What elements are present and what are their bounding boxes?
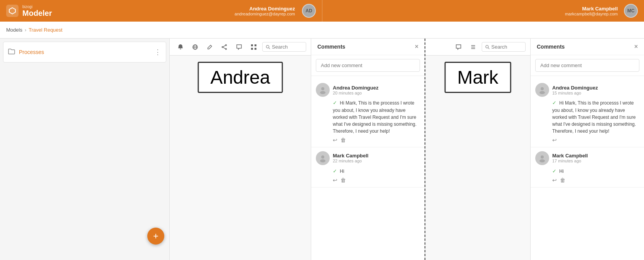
canvas-mark: Mark [425,39,530,260]
commenter-avatar [316,83,330,97]
comments-close-andrea[interactable]: × [415,43,418,50]
breadcrumb: Models › Travel Request [6,27,62,33]
commenter-avatar [535,83,549,97]
comments-title-andrea: Comments [317,44,345,50]
svg-point-26 [541,155,544,159]
comments-panel-mark: Comments × Andrea Dominguez 15 minutes a… [530,39,644,260]
commenter-avatar [316,151,330,165]
reply-icon[interactable]: ↩ [552,177,557,183]
edit-icon[interactable] [204,41,216,53]
comment-input-andrea[interactable] [316,59,420,72]
sidebar-processes-label: Processes [19,49,150,55]
andrea-search[interactable] [262,42,306,52]
breadcrumb-bar: Models › Travel Request [0,22,644,39]
brand-name: bizogi [22,5,52,9]
mark-list-icon[interactable] [467,41,479,53]
main-layout: Processes ⋮ [0,39,644,260]
grid-icon[interactable] [248,41,260,53]
reply-icon[interactable]: ↩ [333,177,337,183]
fab-button[interactable]: + [147,228,164,245]
comments-panel-andrea: Comments × Andrea Dominguez 20 minutes a… [311,39,425,260]
commenter-name: Andrea Dominguez [552,85,598,91]
comments-list-mark: Andrea Dominguez 15 minutes ago ✓ Hi Mar… [531,76,644,260]
commenter-name: Mark Campbell [333,153,368,159]
svg-point-13 [266,45,269,48]
comments-list-andrea: Andrea Dominguez 20 minutes ago ✓ Hi Mar… [311,76,425,260]
share-icon[interactable] [218,41,231,53]
app-name: Modeler [22,9,52,17]
comment-input-area-andrea [311,55,425,76]
mark-email: markcampbell@dayrep.com [565,12,618,16]
comments-title-mark: Comments [537,44,565,50]
andrea-search-input[interactable] [272,44,303,50]
svg-rect-11 [251,48,253,50]
svg-point-27 [539,159,545,162]
svg-point-16 [320,91,325,94]
breadcrumb-current: Travel Request [29,27,62,33]
svg-rect-9 [251,44,253,46]
comments-close-mark[interactable]: × [634,43,638,50]
mark-search[interactable] [482,42,526,52]
delete-icon[interactable]: 🗑 [341,137,346,143]
header-mark-side: Mark Campbell markcampbell@dayrep.com MC [322,0,644,22]
notification-icon[interactable] [174,41,187,53]
comment-time: 15 minutes ago [552,91,598,95]
comment-time: 22 minutes ago [333,159,368,163]
globe-icon[interactable] [189,41,201,53]
sidebar-item-processes[interactable]: Processes ⋮ [3,42,166,62]
svg-line-23 [488,47,489,49]
comment-item: Mark Campbell 22 minutes ago ✓ Hi ↩ 🗑 [311,147,425,188]
svg-point-5 [222,46,223,47]
mark-comment-icon[interactable] [452,41,465,53]
comment-icon[interactable] [233,41,245,53]
folder-icon [8,48,15,56]
breadcrumb-root[interactable]: Models [6,27,22,33]
mark-annotation-box: Mark [445,62,511,93]
check-icon: ✓ [552,168,556,174]
more-icon[interactable]: ⋮ [154,48,161,56]
svg-point-18 [320,159,325,162]
mark-annotation: Mark [445,62,511,93]
svg-point-22 [486,45,489,48]
mark-user-info: Mark Campbell markcampbell@dayrep.com [565,6,618,16]
reply-icon[interactable]: ↩ [552,137,557,143]
svg-line-8 [223,45,226,47]
comments-panel-header-andrea: Comments × [311,39,425,55]
header: bizogi Modeler Andrea Dominguez andreado… [0,0,644,22]
svg-line-7 [223,47,226,49]
svg-rect-12 [255,48,256,50]
comment-text: ✓ Hi Mark, This is the processs I wrote … [333,99,420,135]
comment-time: 20 minutes ago [333,91,378,95]
comment-input-mark[interactable] [535,59,639,72]
svg-point-17 [321,155,324,159]
andrea-annotation-box: Andrea [198,62,283,93]
delete-icon[interactable]: 🗑 [341,177,346,183]
svg-marker-0 [9,8,15,14]
svg-point-4 [226,44,227,46]
mark-search-input[interactable] [491,44,522,50]
svg-point-6 [226,48,227,49]
comment-item: Mark Campbell 17 minutes ago ✓ Hi ↩ 🗑 [531,147,644,188]
andrea-avatar: AD [302,4,316,18]
left-sidebar: Processes ⋮ [0,39,170,260]
comment-item: Andrea Dominguez 15 minutes ago ✓ Hi Mar… [531,79,644,147]
svg-line-14 [269,47,270,49]
comment-text: ✓ Hi [333,167,420,175]
delete-icon[interactable]: 🗑 [560,177,565,183]
andrea-email: andreadominguez@dayrep.com [234,12,295,16]
check-icon: ✓ [333,168,337,174]
andrea-name: Andrea Dominguez [234,6,295,12]
check-icon: ✓ [552,100,556,106]
check-icon: ✓ [333,100,337,106]
canvas-andrea: Andrea + [170,39,311,260]
logo-text: bizogi Modeler [22,5,52,17]
comment-text: ✓ Hi Mark, This is the processs I wrote … [552,99,639,135]
logo-icon [6,5,19,17]
andrea-user-info: Andrea Dominguez andreadominguez@dayrep.… [234,6,295,16]
breadcrumb-separator: › [25,27,26,33]
commenter-name: Andrea Dominguez [333,85,378,91]
svg-rect-10 [255,44,256,46]
reply-icon[interactable]: ↩ [333,137,337,143]
svg-point-24 [541,87,544,90]
svg-point-15 [321,87,324,90]
